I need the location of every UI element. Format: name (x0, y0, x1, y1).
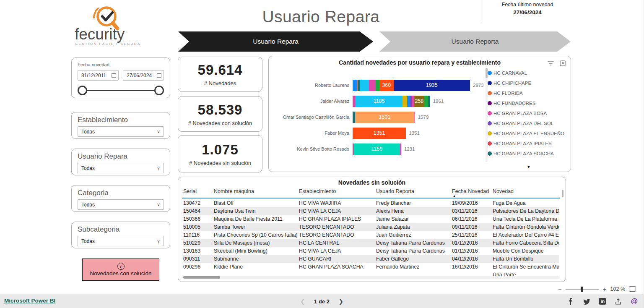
legend-item[interactable]: HC GRAN PLAZA SOACHA (488, 149, 566, 159)
legend-item[interactable]: HC CARNAVAL (488, 68, 566, 78)
column-header-fecha-novedad[interactable]: Fecha Novedad ▲ (452, 188, 493, 194)
column-header-establecimiento[interactable]: Establecimiento (299, 188, 376, 194)
chart-legend: HC CARNAVALHC CHIPICHAPEHC FLORIDAHC FUN… (488, 68, 566, 159)
slider-handle-end[interactable] (154, 86, 164, 95)
slider-handle-start[interactable] (78, 86, 87, 95)
table-cell: Una Tecla De La Plataforma Esta (493, 215, 559, 223)
filter-usuario-repara: Usuario Repara Todas ∨ (71, 149, 170, 175)
table-row[interactable]: 090311SubmarineHC GUACARIFaber Gallego04… (183, 255, 559, 263)
svg-text:GESTIÓN FÁCIL Y SEGURA: GESTIÓN FÁCIL Y SEGURA (75, 42, 141, 46)
table-cell: HC VIVA LA CEJA (299, 247, 376, 255)
bar-segment[interactable]: 258 (414, 96, 424, 107)
table-row[interactable]: 150464Daytona Usa TwinHC VIVA LA CEJAAle… (183, 207, 559, 215)
establecimiento-dropdown[interactable]: Todas ∨ (78, 126, 164, 137)
tab-usuario-repara[interactable]: Usuario Repara (178, 31, 373, 52)
novedades-con-solucion-button[interactable]: i Novedades con solución (82, 258, 159, 281)
table-row[interactable]: 510005Samba TowerTESORO ENCANTADOJuliana… (183, 223, 559, 231)
bar-segment[interactable]: 1351 (353, 128, 406, 139)
bar-row: Jaider Alvarez11852581961 (272, 93, 484, 109)
subcategoria-dropdown[interactable]: Todas ∨ (78, 236, 164, 246)
previous-page-icon[interactable]: ❮ (300, 298, 305, 305)
legend-label: HC GRAN PLAZA SOACHA (493, 151, 554, 156)
table-cell: 130163 (183, 247, 214, 255)
table-horizontal-scrollbar[interactable] (182, 276, 560, 279)
date-range-slider[interactable] (78, 86, 164, 96)
legend-item[interactable]: HC CHIPICHAPE (488, 78, 566, 88)
chart-plot-area: Roberto Laurens36019352973Jaider Alvarez… (272, 77, 484, 157)
twitter-icon[interactable] (583, 298, 590, 305)
dropdown-value: Todas (81, 165, 95, 171)
last-update-value: 27/06/2024 (486, 9, 569, 16)
bar-category-label: Kevin Stive Botto Rosado (272, 146, 353, 151)
bar-segment[interactable] (369, 80, 376, 91)
stacked-bar: 1351 (353, 128, 406, 139)
bar-segment[interactable]: 360 (379, 80, 394, 91)
next-page-icon[interactable]: ❯ (339, 298, 343, 305)
bar-segment[interactable]: 1159 (354, 144, 400, 155)
legend-scroll-down-icon[interactable]: ▼ (527, 164, 531, 169)
table-row[interactable]: 150366Maquina De Baile Fiesta 2011HC GRA… (183, 215, 559, 223)
legend-label: HC GRAN PLAZA BOSA (493, 111, 547, 116)
bar-segment[interactable]: 1185 (356, 96, 402, 107)
linkedin-icon[interactable]: in (599, 298, 606, 305)
column-header-usuario-reporta[interactable]: Usuario Reporta (376, 188, 452, 194)
bar-segment[interactable] (353, 80, 357, 91)
legend-item[interactable]: HC GRAN PLAZA IPIALES (488, 138, 566, 149)
bar-segment[interactable] (360, 80, 369, 91)
kpi-label: # Novedades (178, 80, 262, 86)
tab-usuario-reporta[interactable]: Usuario Reporta (379, 31, 571, 52)
zoom-in-button[interactable]: + (603, 287, 607, 292)
column-header-serial[interactable]: Serial (183, 188, 214, 194)
bar-segment[interactable] (414, 112, 415, 123)
microsoft-power-bi-link[interactable]: Microsoft Power BI (4, 298, 55, 304)
table-vertical-scrollbar[interactable] (562, 190, 564, 197)
table-cell: 090311 (183, 255, 214, 263)
fit-to-page-icon[interactable] (629, 286, 636, 292)
column-header-nombre-maquina[interactable]: Nombre máquina (214, 188, 299, 194)
table-row[interactable]: 510229Silla De Masajes (mesa)HC LA CENTR… (183, 239, 559, 247)
bar-segment[interactable] (402, 96, 407, 107)
facebook-icon[interactable] (567, 298, 574, 305)
legend-item[interactable]: HC GRAN PLAZA BOSA (488, 108, 566, 118)
table-cell: Fernando Martinez (376, 263, 452, 271)
table-row[interactable]: 110116Pista Chocones Sp (10 Carros Itali… (183, 231, 559, 239)
legend-item[interactable]: HC GRAN PLAZA EL ENSUEÑO (488, 128, 566, 138)
community-icon[interactable]: @ (631, 297, 638, 305)
column-header-novedad[interactable]: Novedad (493, 188, 559, 194)
legend-item[interactable]: HC FLORIDA (488, 88, 566, 98)
social-links: in @ (567, 294, 638, 308)
bar-segment[interactable] (424, 96, 428, 107)
kpi-novedades-sin-solucion: 1.075 # Novedades sin solución (178, 135, 262, 172)
legend-color-dot (488, 151, 492, 156)
date-end-input[interactable]: 27/06/2024 (123, 70, 164, 81)
bar-segment[interactable]: 1501 (355, 112, 414, 123)
legend-color-dot (488, 71, 492, 75)
usuario-repara-dropdown[interactable]: Todas ∨ (78, 163, 164, 173)
chevron-down-icon: ∨ (157, 202, 160, 207)
legend-item[interactable]: HC FUNDADORES (488, 98, 566, 108)
categoria-dropdown[interactable]: Todas ∨ (78, 199, 164, 210)
table-cell: HC VIVA WAJIIRA (299, 199, 376, 207)
table-cell: Jaime Salazar (376, 215, 452, 223)
focus-mode-icon[interactable] (560, 60, 566, 66)
legend-item[interactable]: HC GRAN PLAZA DEL SOL (488, 118, 566, 128)
kpi-novedades: 59.614 # Novedades (178, 57, 262, 92)
calendar-icon[interactable] (157, 73, 161, 78)
date-start-input[interactable]: 31/12/2011 (78, 70, 119, 81)
bar-segment[interactable] (376, 80, 379, 91)
novedades-sin-solucion-table: Novedades sin solución Serial Nombre máq… (178, 177, 566, 282)
share-icon[interactable] (615, 298, 622, 305)
zoom-slider-thumb[interactable] (581, 287, 583, 292)
bar-segment[interactable] (428, 96, 430, 107)
table-row[interactable]: 130472Blast OffHC VIVA WAJIIRAFredy Blan… (183, 199, 559, 207)
bar-segment[interactable] (400, 144, 401, 155)
stacked-bar-chart-card: Cantidad novedades por usuario repara y … (268, 56, 571, 172)
zoom-slider[interactable] (566, 289, 599, 290)
bar-segment[interactable]: 1935 (394, 80, 470, 91)
chevron-down-icon: ∨ (157, 129, 160, 134)
table-row[interactable]: 130163Skeeball (Mini Bowling)HC VIVA LA … (183, 247, 559, 255)
filter-icon[interactable] (548, 61, 554, 66)
zoom-out-button[interactable]: − (558, 287, 562, 292)
chart-title: Cantidad novedades por usuario repara y … (269, 59, 571, 66)
calendar-icon[interactable] (112, 73, 116, 78)
